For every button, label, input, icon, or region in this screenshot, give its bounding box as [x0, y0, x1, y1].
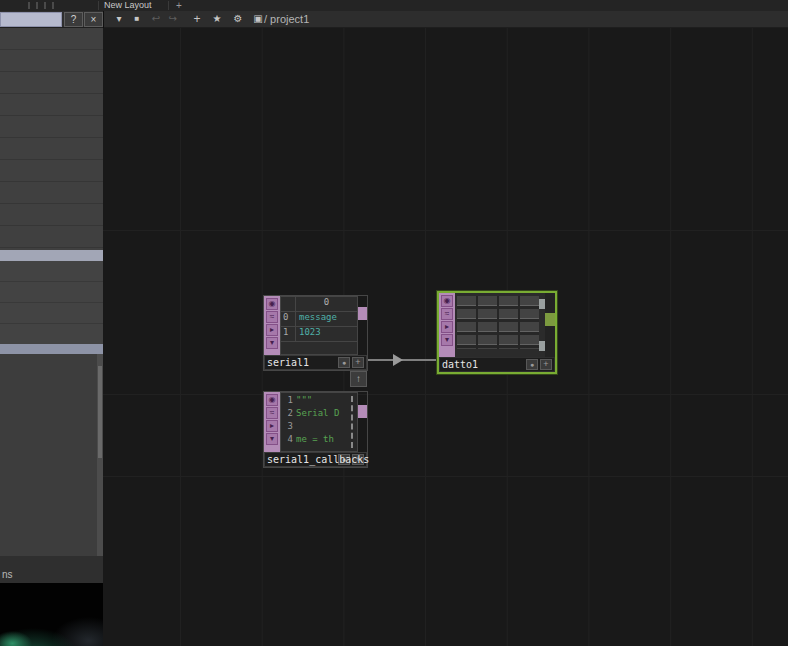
node-flag-strip: ◉ ≈ ▸ ▾ [439, 293, 455, 357]
pane-search-field[interactable] [0, 12, 62, 27]
grip-icon [44, 2, 46, 9]
line-number: 1 [283, 395, 293, 405]
back-icon[interactable]: ↩ [148, 11, 164, 28]
dat-row-index: 0 [281, 312, 296, 326]
breadcrumb[interactable]: / project1 [264, 11, 309, 28]
dat-corner-cell [281, 297, 296, 311]
bypass-flag-icon[interactable]: ≈ [266, 407, 278, 419]
line-number: 2 [283, 408, 293, 418]
touchdesigner-window: New Layout + ? × ▾ ■ ↩ ↪ + ★ ⚙ ▣ / proje… [0, 0, 788, 646]
stop-icon[interactable]: ■ [129, 11, 145, 28]
node-label: datto1 [442, 359, 478, 370]
add-button[interactable]: + [540, 359, 552, 370]
sidebar-statusbar: ns [0, 556, 103, 583]
code-lines: 1""" 2Serial D 3 4me = th [281, 393, 357, 447]
forward-icon[interactable]: ↪ [165, 11, 181, 28]
code-line: 1""" [283, 395, 357, 408]
viewer-flag-icon[interactable]: ◉ [266, 394, 278, 406]
network-toolbar: ▾ ■ ↩ ↪ + ★ ⚙ ▣ / project1 [103, 11, 788, 28]
dat-row-value: message [296, 312, 357, 326]
gear-icon[interactable]: ⚙ [230, 11, 246, 28]
line-number: 4 [283, 434, 293, 444]
node-serial1[interactable]: ◉ ≈ ▸ ▾ 0 0 message 1 1023 [264, 296, 367, 370]
scroll-mark [539, 299, 545, 309]
dock-flag-icon[interactable]: ▾ [266, 337, 278, 349]
dock-flag-icon[interactable]: ▾ [266, 433, 278, 445]
dat-row: 1 1023 [281, 327, 357, 342]
close-button[interactable]: × [84, 12, 103, 27]
node-serial1-callbacks[interactable]: ◉ ≈ ▸ ▾ 1""" 2Serial D 3 4me [264, 392, 367, 467]
dat-header-row: 0 [281, 297, 357, 312]
grip-icon [52, 2, 54, 9]
sidebar-thumbnail[interactable] [0, 583, 103, 646]
line-number: 3 [283, 421, 293, 431]
dat-grid-preview [455, 293, 545, 357]
viewer-button[interactable]: ● [338, 357, 350, 368]
grip-icon [28, 2, 30, 9]
sidebar-list-top[interactable] [0, 28, 103, 250]
sidebar-selected-row-1[interactable] [0, 250, 103, 261]
scrollbar-thumb[interactable] [98, 366, 102, 458]
network-canvas[interactable]: ◉ ≈ ▸ ▾ 0 0 message 1 1023 [103, 28, 788, 646]
scroll-mark [539, 341, 545, 351]
star-icon[interactable]: ★ [209, 11, 225, 28]
grip-icon [36, 2, 38, 9]
divider [98, 1, 99, 10]
sidebar-panel[interactable] [0, 354, 103, 556]
export-flag-icon[interactable]: ▸ [266, 420, 278, 432]
expand-arrow-button[interactable]: ↑ [350, 371, 367, 387]
code-line: 4me = th [283, 434, 357, 447]
output-connector[interactable] [358, 307, 367, 320]
dat-row: 0 message [281, 312, 357, 327]
sidebar-selected-row-2[interactable] [0, 344, 103, 354]
node-flag-strip: ◉ ≈ ▸ ▾ [264, 392, 280, 452]
code-preview: 1""" 2Serial D 3 4me = th [280, 392, 358, 452]
export-flag-icon[interactable]: ▸ [266, 324, 278, 336]
add-layout-button[interactable]: + [176, 0, 182, 11]
node-label: serial1_callbacks [267, 454, 369, 465]
export-flag-icon[interactable]: ▸ [441, 321, 453, 333]
add-icon[interactable]: + [189, 11, 205, 28]
node-label: serial1 [267, 357, 309, 368]
viewer-flag-icon[interactable]: ◉ [441, 295, 453, 307]
code-text: """ [296, 395, 312, 405]
dat-header-cell: 0 [296, 297, 357, 311]
node-flag-strip: ◉ ≈ ▸ ▾ [264, 296, 280, 355]
code-line: 2Serial D [283, 408, 357, 421]
bypass-flag-icon[interactable]: ≈ [441, 308, 453, 320]
bypass-flag-icon[interactable]: ≈ [266, 311, 278, 323]
dat-row-index: 1 [281, 327, 296, 341]
divider [168, 1, 169, 10]
node-datto1-selected[interactable]: ◉ ≈ ▸ ▾ datto1 ● + [437, 291, 557, 374]
node-label-bar[interactable]: datto1 ● + [439, 357, 555, 372]
help-button[interactable]: ? [64, 12, 83, 27]
dock-flag-icon[interactable]: ▾ [441, 334, 453, 346]
output-connector[interactable] [358, 405, 367, 418]
table-grid [457, 296, 539, 349]
wire-arrow-icon [393, 354, 403, 366]
code-text: Serial D [296, 408, 339, 418]
layout-bar: New Layout + [0, 0, 788, 11]
layout-tab[interactable]: New Layout [104, 0, 152, 11]
viewer-flag-icon[interactable]: ◉ [266, 298, 278, 310]
dat-row-value: 1023 [296, 327, 357, 341]
code-text: me = th [296, 434, 334, 444]
node-label-bar[interactable]: serial1 ● + [264, 355, 367, 370]
viewer-button[interactable]: ● [526, 359, 538, 370]
code-line: 3 [283, 421, 357, 434]
chevron-down-icon[interactable]: ▾ [111, 11, 127, 28]
code-scrollbar[interactable] [351, 396, 353, 448]
sidebar-list-middle[interactable] [0, 261, 103, 344]
dat-table-preview: 0 0 message 1 1023 [280, 296, 358, 355]
node-label-bar[interactable]: ● + serial1_callbacks [264, 452, 367, 467]
sidebar-status-text: ns [2, 569, 13, 580]
add-button[interactable]: + [352, 357, 364, 368]
output-connector[interactable] [545, 313, 555, 326]
